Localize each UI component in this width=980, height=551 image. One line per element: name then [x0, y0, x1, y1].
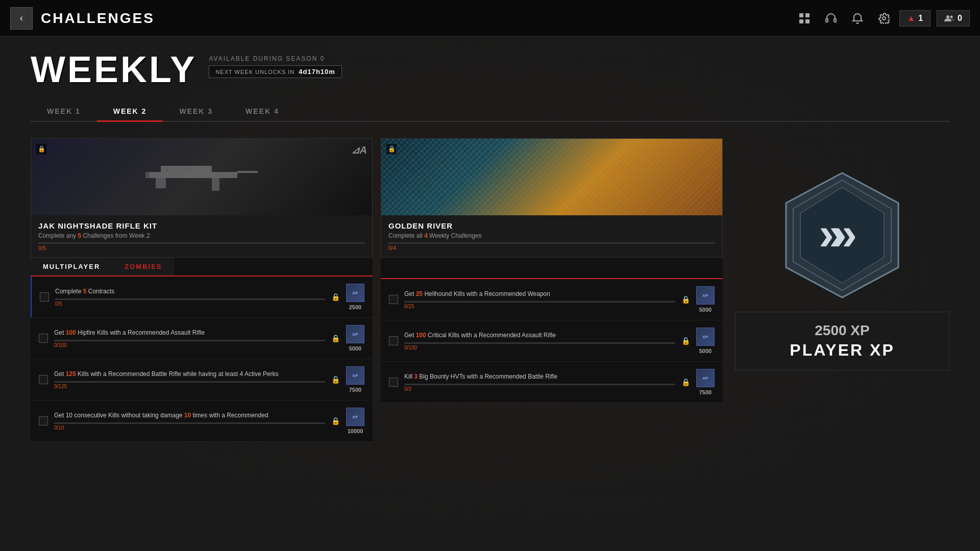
- rank-count: 1: [918, 14, 923, 23]
- mp-xp-3: XP 7500: [346, 366, 364, 393]
- golden-effect: [381, 139, 722, 215]
- unlock-label: NEXT WEEK UNLOCKS IN: [215, 69, 295, 75]
- tab-multiplayer[interactable]: MULTIPLAYER: [31, 258, 112, 276]
- friends-counter: 0: [937, 10, 970, 27]
- gun-art: [140, 157, 263, 197]
- back-button[interactable]: ‹: [10, 7, 33, 30]
- z-xp-amount-3: 7500: [699, 389, 712, 395]
- mp-progress-bar-3: [54, 381, 325, 383]
- mp-challenge-info-4: Get 10 consecutive Kills without taking …: [54, 411, 325, 431]
- mp-xp-1: XP 2500: [346, 284, 364, 310]
- svg-rect-11: [805, 13, 810, 17]
- rank-counter: ▲ 1: [899, 10, 930, 27]
- tab-week2[interactable]: WEEK 2: [97, 102, 163, 122]
- z-progress-text-2: 0/100: [404, 345, 675, 350]
- mp-challenge-text-3: Get 125 Kills with a Recommended Battle …: [54, 370, 325, 379]
- z-challenge-checkbox-1[interactable]: [389, 295, 398, 304]
- zombies-tab-spacer: [381, 258, 723, 279]
- svg-rect-13: [805, 19, 810, 23]
- lock-icon-jak: 🔒: [36, 144, 46, 154]
- mp-challenge-checkbox-4[interactable]: [39, 416, 48, 425]
- grid-icon: [799, 13, 810, 24]
- z-challenge-checkbox-3[interactable]: [389, 378, 398, 387]
- header: ‹ CHALLENGES ▲ 1: [0, 0, 980, 37]
- z-progress-bar-1: [404, 301, 675, 303]
- mp-progress-text-1: 0/5: [55, 301, 325, 307]
- jak-logo: ⊿A: [351, 144, 367, 156]
- z-xp-1: XP 5000: [696, 286, 715, 313]
- svg-rect-25: [166, 168, 169, 172]
- svg-rect-23: [212, 178, 219, 191]
- gear-icon: [878, 13, 890, 24]
- svg-point-18: [950, 15, 953, 18]
- headset-icon: [825, 13, 837, 24]
- mp-xp-amount-3: 7500: [349, 387, 361, 393]
- friends-icon: [944, 14, 954, 22]
- bell-icon-button[interactable]: [846, 7, 869, 30]
- back-icon: ‹: [20, 13, 23, 23]
- weekly-meta: AVAILABLE DURING SEASON 0 NEXT WEEK UNLO…: [209, 51, 341, 78]
- svg-rect-14: [826, 19, 828, 22]
- unlock-badge: NEXT WEEK UNLOCKS IN 4d17h10m: [209, 65, 341, 78]
- z-progress-bar-3: [404, 384, 675, 385]
- mp-challenge-row-1: Complete 5 Contracts 0/5 🔒 XP 2500: [31, 277, 373, 318]
- z-challenge-row-1: Get 25 Hellhound Kills with a Recommende…: [381, 279, 723, 320]
- tab-week1[interactable]: WEEK 1: [31, 102, 97, 122]
- rank-up-icon: ▲: [907, 14, 915, 23]
- bell-icon: [852, 13, 863, 24]
- reward-card-golden: 🔒 GOLDEN RIVER Complete all 4 Weekly Cha…: [381, 138, 723, 258]
- mp-challenge-row-4: Get 10 consecutive Kills without taking …: [31, 400, 373, 442]
- mp-xp-badge-3: XP: [346, 366, 364, 385]
- mp-lock-3: 🔒: [331, 375, 340, 384]
- z-xp-badge-1: XP: [696, 286, 715, 305]
- z-challenge-checkbox-2[interactable]: [389, 336, 398, 345]
- mp-progress-text-3: 0/125: [54, 384, 325, 389]
- z-challenge-text-3: Kill 3 Big Bounty HVTs with a Recommende…: [404, 372, 675, 381]
- mp-progress-bar-4: [54, 422, 325, 424]
- reward-name-jak: JAK NIGHTSHADE RIFLE KIT: [38, 221, 365, 230]
- xp-description-box: 2500 XP PLAYER XP: [735, 312, 949, 370]
- svg-rect-22: [156, 178, 166, 188]
- headset-icon-button[interactable]: [820, 7, 842, 30]
- page-title: CHALLENGES: [41, 10, 155, 27]
- friends-count: 0: [958, 14, 962, 23]
- svg-text:»: »: [819, 208, 843, 259]
- svg-rect-10: [799, 13, 803, 17]
- tab-week3[interactable]: WEEK 3: [163, 102, 229, 122]
- grid-icon-button[interactable]: [793, 7, 816, 30]
- mp-challenge-info-3: Get 125 Kills with a Recommended Battle …: [54, 370, 325, 390]
- z-challenge-text-2: Get 100 Critical Kills with a Recommende…: [404, 331, 675, 340]
- mp-xp-badge-4: XP: [346, 408, 364, 426]
- tab-zombies[interactable]: ZOMBIES: [112, 258, 174, 276]
- xp-type: PLAYER XP: [756, 341, 928, 360]
- mp-xp-amount-2: 5000: [349, 345, 361, 352]
- tab-week4[interactable]: WEEK 4: [229, 102, 296, 122]
- svg-point-17: [946, 15, 949, 18]
- mp-challenge-checkbox-1[interactable]: [40, 292, 49, 302]
- svg-rect-15: [834, 19, 836, 22]
- mp-xp-badge-1: XP: [346, 284, 364, 302]
- mp-challenge-checkbox-2[interactable]: [39, 334, 48, 343]
- lock-icon-golden: 🔒: [386, 144, 397, 154]
- z-challenge-info-3: Kill 3 Big Bounty HVTs with a Recommende…: [404, 372, 675, 392]
- zombies-challenge-list: Get 25 Hellhound Kills with a Recommende…: [381, 279, 723, 403]
- reward-desc-golden: Complete all 4 Weekly Challenges: [388, 232, 715, 239]
- z-challenge-info-1: Get 25 Hellhound Kills with a Recommende…: [404, 290, 675, 310]
- mode-tabs: MULTIPLAYER ZOMBIES: [31, 258, 373, 277]
- z-xp-badge-3: XP: [696, 369, 715, 387]
- unlock-time: 4d17h10m: [299, 68, 335, 76]
- hexagon-svg: » »: [776, 169, 909, 302]
- mp-xp-4: XP 10000: [346, 408, 364, 434]
- z-xp-3: XP 7500: [696, 369, 715, 395]
- z-lock-3: 🔒: [681, 378, 690, 386]
- z-xp-badge-2: XP: [696, 328, 715, 346]
- gear-icon-button[interactable]: [873, 7, 895, 30]
- mp-challenge-checkbox-3[interactable]: [39, 375, 48, 384]
- mp-xp-2: XP 5000: [346, 325, 364, 352]
- svg-rect-27: [186, 168, 188, 170]
- mp-challenges-column: MULTIPLAYER ZOMBIES Complete 5 Contracts: [31, 258, 373, 442]
- main-content: WEEKLY AVAILABLE DURING SEASON 0 NEXT WE…: [0, 37, 980, 456]
- z-progress-bar-2: [404, 342, 675, 344]
- mp-challenge-text-2: Get 100 Hipfire Kills with a Recommended…: [54, 329, 325, 337]
- svg-rect-19: [145, 172, 237, 178]
